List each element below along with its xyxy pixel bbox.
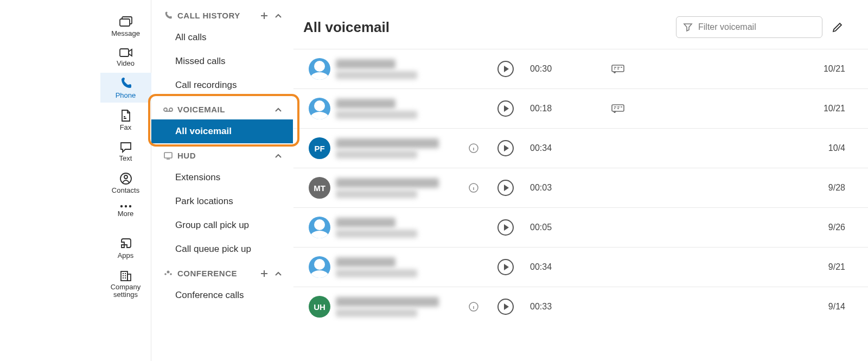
voicemail-row[interactable]: 00:3010/21: [293, 49, 868, 88]
voicemail-row[interactable]: 00:1810/21: [293, 88, 868, 128]
info-icon: [469, 143, 478, 153]
svg-point-15: [170, 273, 172, 275]
nav-company-settings[interactable]: Company settings: [100, 265, 151, 302]
svg-rect-1: [120, 19, 130, 26]
info-icon-slot[interactable]: [466, 183, 481, 193]
nav-video[interactable]: Video: [100, 43, 151, 71]
info-icon-slot[interactable]: [466, 143, 481, 153]
svg-rect-16: [612, 65, 624, 72]
svg-point-7: [129, 205, 131, 207]
section-title: CONFERENCE: [177, 269, 237, 278]
play-button[interactable]: [497, 100, 514, 117]
date: 9/26: [687, 223, 845, 232]
subnav-item-extensions[interactable]: Extensions: [151, 166, 293, 189]
more-icon: [119, 204, 132, 208]
caller-info: [336, 59, 461, 79]
play-button[interactable]: [497, 219, 514, 236]
play-button[interactable]: [497, 140, 514, 156]
play-button[interactable]: [497, 180, 514, 196]
nav-label: Video: [117, 59, 135, 67]
duration: 00:33: [530, 302, 579, 312]
nav-more[interactable]: More: [100, 200, 151, 221]
nav-label: Text: [119, 154, 132, 162]
transcript-icon: [611, 65, 624, 73]
section-header-call-history[interactable]: CALL HISTORY: [151, 3, 293, 26]
nav-apps[interactable]: Apps: [100, 233, 151, 263]
svg-point-5: [120, 205, 122, 207]
play-button[interactable]: [497, 299, 514, 315]
nav-contacts[interactable]: Contacts: [100, 168, 151, 198]
chevron-up-icon[interactable]: [273, 107, 283, 112]
nav-message[interactable]: Message: [100, 12, 151, 41]
section-header-hud[interactable]: HUD: [151, 143, 293, 166]
transcript-icon-slot[interactable]: [584, 65, 682, 73]
avatar: [309, 217, 330, 238]
duration: 00:03: [530, 183, 579, 193]
caller-info: [336, 99, 461, 119]
svg-rect-8: [121, 271, 127, 281]
caller-info: [336, 218, 461, 238]
play-button[interactable]: [497, 61, 514, 77]
edit-button[interactable]: [830, 20, 845, 35]
section-header-voicemail[interactable]: VOICEMAIL: [151, 97, 293, 119]
subnav-item-all-calls[interactable]: All calls: [151, 26, 293, 49]
subnav-item-all-voicemail[interactable]: All voicemail: [151, 119, 293, 143]
svg-point-6: [124, 205, 126, 207]
page-title: All voicemail: [303, 19, 668, 36]
voicemail-row[interactable]: UH00:339/14: [293, 287, 868, 326]
chevron-up-icon[interactable]: [273, 271, 283, 276]
fax-icon: [120, 109, 132, 122]
voicemail-row[interactable]: MT00:039/28: [293, 168, 868, 207]
filter-voicemail-input-wrapper[interactable]: [676, 16, 822, 38]
duration: 00:18: [530, 104, 579, 113]
avatar: [309, 256, 330, 278]
subnav-item-missed-calls[interactable]: Missed calls: [151, 49, 293, 73]
voicemail-row[interactable]: 00:059/26: [293, 207, 868, 247]
svg-point-14: [164, 273, 167, 275]
svg-point-4: [124, 175, 127, 179]
duration: 00:34: [530, 262, 579, 272]
voicemail-row[interactable]: 00:349/21: [293, 247, 868, 287]
plus-icon[interactable]: [259, 270, 269, 277]
chevron-up-icon[interactable]: [273, 153, 283, 159]
caller-info: [336, 138, 461, 159]
section-header-conference[interactable]: CONFERENCE: [151, 261, 293, 283]
subnav-item-group-call-pickup[interactable]: Group call pick up: [151, 213, 293, 237]
caller-info: [336, 178, 461, 198]
date: 9/21: [687, 262, 845, 272]
message-icon: [119, 16, 133, 28]
nav-phone[interactable]: Phone: [100, 73, 151, 103]
subnav-item-park-locations[interactable]: Park locations: [151, 189, 293, 213]
subnav-item-call-recordings[interactable]: Call recordings: [151, 73, 293, 97]
pencil-icon: [832, 21, 844, 33]
nav-fax[interactable]: Fax: [100, 105, 151, 135]
play-button[interactable]: [497, 259, 514, 275]
transcript-icon-slot[interactable]: [584, 104, 682, 113]
nav-label: Contacts: [112, 186, 139, 194]
plus-icon[interactable]: [259, 12, 269, 20]
info-icon-slot[interactable]: [466, 302, 481, 312]
voicemail-row[interactable]: PF00:3410/4: [293, 128, 868, 168]
voicemail-icon: [163, 107, 173, 112]
info-icon: [469, 302, 478, 312]
duration: 00:30: [530, 64, 579, 74]
subnav-item-call-queue-pickup[interactable]: Call queue pick up: [151, 237, 293, 261]
filter-voicemail-input[interactable]: [698, 22, 815, 32]
chevron-up-icon[interactable]: [273, 13, 283, 18]
avatar: [309, 98, 330, 119]
hud-icon: [163, 152, 173, 160]
phone-subnav: CALL HISTORY All calls Missed calls Call…: [151, 0, 293, 361]
video-icon: [119, 47, 133, 58]
svg-point-13: [167, 270, 170, 273]
duration: 00:34: [530, 143, 579, 153]
svg-rect-2: [120, 49, 129, 56]
nav-text[interactable]: Text: [100, 137, 151, 166]
svg-rect-17: [612, 105, 624, 111]
filter-icon: [683, 22, 693, 32]
apps-icon: [119, 237, 132, 250]
main-header: All voicemail: [293, 0, 868, 49]
avatar: PF: [309, 137, 330, 159]
date: 10/21: [687, 104, 845, 113]
subnav-item-conference-calls[interactable]: Conference calls: [151, 283, 293, 307]
section-title: CALL HISTORY: [177, 11, 240, 20]
